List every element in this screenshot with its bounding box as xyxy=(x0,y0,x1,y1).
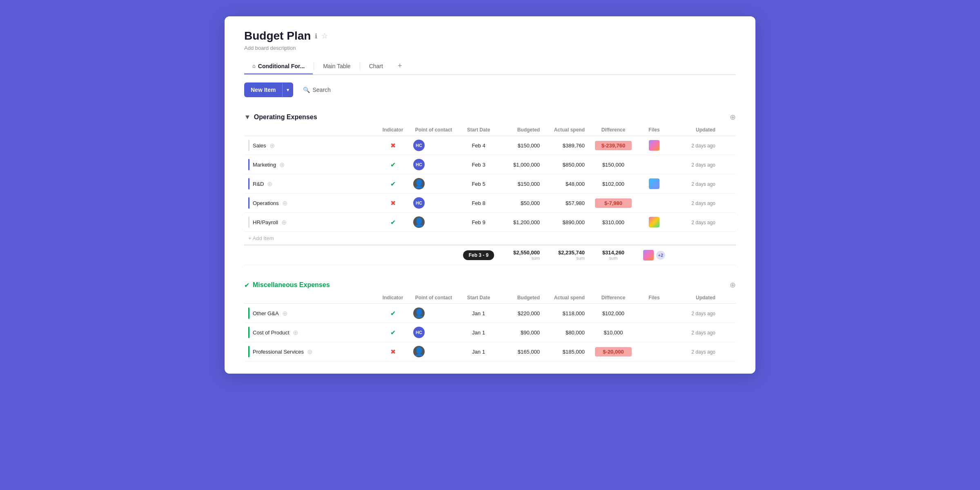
add-col-cell xyxy=(719,194,736,213)
files-cell xyxy=(638,323,670,342)
difference-cell: $-20,000 xyxy=(589,342,638,361)
row-color-bar xyxy=(248,327,249,338)
avatar: HC xyxy=(413,327,425,338)
row-name-cell: Sales ⊕ xyxy=(244,136,376,155)
row-add-icon[interactable]: ⊕ xyxy=(293,329,298,336)
row-name-cell: Cost of Product ⊕ xyxy=(244,323,376,342)
start-date-cell: Feb 3 xyxy=(458,155,499,174)
add-item-row[interactable]: + Add Item xyxy=(244,232,736,245)
row-add-icon[interactable]: ⊕ xyxy=(282,310,287,317)
col-name-header xyxy=(244,124,376,136)
miscellaneous-expenses-table: Indicator Point of contact Start Date Bu… xyxy=(244,292,736,361)
tab-conditional[interactable]: ⌂ Conditional For... xyxy=(244,59,313,74)
misc-col-date-header: Start Date xyxy=(458,292,499,304)
tab-chart-label: Chart xyxy=(369,63,383,69)
actual-spend-cell: $80,000 xyxy=(544,323,589,342)
row-name-cell: Other G&A ⊕ xyxy=(244,304,376,323)
indicator-cell: ✔ xyxy=(376,155,409,174)
indicator-cell: ✔ xyxy=(376,174,409,194)
star-icon[interactable]: ☆ xyxy=(321,31,328,40)
difference-cell: $-7,980 xyxy=(589,194,638,213)
section-toggle-operating[interactable]: ▼ xyxy=(244,114,251,121)
avatar-anon: 👤 xyxy=(413,307,425,319)
updated-cell: 2 days ago xyxy=(670,174,719,194)
tab-main-table-label: Main Table xyxy=(323,63,350,69)
indicator-cell: ✖ xyxy=(376,194,409,213)
row-add-icon[interactable]: ⊕ xyxy=(307,348,312,356)
tab-divider-1 xyxy=(314,62,314,70)
files-cell xyxy=(638,174,670,194)
misc-col-indicator-header: Indicator xyxy=(376,292,409,304)
summary-date: Feb 3 - 9 xyxy=(458,245,499,265)
row-add-icon[interactable]: ⊕ xyxy=(281,218,287,226)
table-row[interactable]: Sales ⊕ ✖ HC Feb 4 $150,000 $389,760 $-2… xyxy=(244,136,736,155)
indicator-check-icon: ✔ xyxy=(390,310,396,317)
add-misc-column-button[interactable]: ⊕ xyxy=(730,281,736,290)
tab-add-button[interactable]: + xyxy=(391,58,409,74)
row-name: Professional Services xyxy=(253,349,304,355)
file-thumbnail[interactable] xyxy=(649,140,659,151)
row-color-bar xyxy=(248,216,249,228)
difference-cell: $10,000 xyxy=(589,323,638,342)
info-icon[interactable]: ℹ xyxy=(315,32,317,40)
file-thumbnail[interactable] xyxy=(649,217,659,227)
add-col-cell xyxy=(719,213,736,232)
col-updated-header: Updated xyxy=(670,124,719,136)
table-row[interactable]: Other G&A ⊕ ✔ 👤 Jan 1 $220,000 $118,000 … xyxy=(244,304,736,323)
files-cell xyxy=(638,213,670,232)
indicator-cell: ✔ xyxy=(376,323,409,342)
row-color-bar xyxy=(248,346,249,357)
new-item-caret[interactable]: ▾ xyxy=(282,83,293,97)
difference-negative: $-20,000 xyxy=(595,347,632,356)
col-budget-header: Budgeted xyxy=(499,124,544,136)
col-date-header: Start Date xyxy=(458,124,499,136)
difference-negative: $-7,980 xyxy=(595,198,632,208)
summary-row: Feb 3 - 9 $2,550,000sum $2,235,740sum $3… xyxy=(244,245,736,265)
add-item-label[interactable]: + Add Item xyxy=(244,232,736,245)
summary-budget: $2,550,000sum xyxy=(499,245,544,265)
row-add-icon[interactable]: ⊕ xyxy=(279,161,285,169)
search-icon: 🔍 xyxy=(303,87,310,93)
avatar-anon: 👤 xyxy=(413,346,425,357)
difference-negative: $-239,760 xyxy=(595,141,632,150)
add-operating-column-button[interactable]: ⊕ xyxy=(730,113,736,122)
tab-chart[interactable]: Chart xyxy=(361,59,391,74)
tabs-bar: ⌂ Conditional For... Main Table Chart + xyxy=(244,58,736,75)
row-add-icon[interactable]: ⊕ xyxy=(282,199,287,207)
row-name-cell: HR/Payroll ⊕ xyxy=(244,213,376,232)
new-item-button[interactable]: New Item ▾ xyxy=(244,82,293,97)
table-row[interactable]: Professional Services ⊕ ✖ 👤 Jan 1 $165,0… xyxy=(244,342,736,361)
col-add-header xyxy=(719,124,736,136)
difference-positive: $102,000 xyxy=(602,310,624,316)
difference-positive: $10,000 xyxy=(604,330,623,336)
add-col-cell xyxy=(719,304,736,323)
tab-conditional-label: Conditional For... xyxy=(258,63,305,69)
indicator-cell: ✖ xyxy=(376,342,409,361)
table-row[interactable]: Operations ⊕ ✖ HC Feb 8 $50,000 $57,980 … xyxy=(244,194,736,213)
section-toggle-misc[interactable]: ✔ xyxy=(244,281,249,289)
col-diff-header: Difference xyxy=(589,124,638,136)
row-name: HR/Payroll xyxy=(253,219,278,225)
misc-col-budget-header: Budgeted xyxy=(499,292,544,304)
summary-updated xyxy=(670,245,719,265)
board-description[interactable]: Add board description xyxy=(244,45,736,51)
operating-expenses-section: ▼ Operating Expenses ⊕ Indicator Point o… xyxy=(225,109,755,265)
actual-spend-cell: $118,000 xyxy=(544,304,589,323)
misc-col-updated-header: Updated xyxy=(670,292,719,304)
tab-main-table[interactable]: Main Table xyxy=(315,59,359,74)
row-add-icon[interactable]: ⊕ xyxy=(267,180,272,188)
home-icon: ⌂ xyxy=(252,63,256,69)
table-row[interactable]: Cost of Product ⊕ ✔ HC Jan 1 $90,000 $80… xyxy=(244,323,736,342)
summary-file-thumb xyxy=(643,250,654,261)
table-row[interactable]: R&D ⊕ ✔ 👤 Feb 5 $150,000 $48,000 $102,00… xyxy=(244,174,736,194)
search-button[interactable]: 🔍 Search xyxy=(298,83,335,96)
files-cell xyxy=(638,342,670,361)
miscellaneous-expenses-section: ✔ Miscellaneous Expenses ⊕ Indicator Poi… xyxy=(225,277,755,361)
row-add-icon[interactable]: ⊕ xyxy=(270,142,275,149)
updated-cell: 2 days ago xyxy=(670,304,719,323)
date-range-badge: Feb 3 - 9 xyxy=(463,250,494,260)
table-row[interactable]: Marketing ⊕ ✔ HC Feb 3 $1,000,000 $850,0… xyxy=(244,155,736,174)
table-row[interactable]: HR/Payroll ⊕ ✔ 👤 Feb 9 $1,200,000 $890,0… xyxy=(244,213,736,232)
file-thumbnail[interactable] xyxy=(649,178,659,189)
poc-cell: HC xyxy=(409,136,458,155)
